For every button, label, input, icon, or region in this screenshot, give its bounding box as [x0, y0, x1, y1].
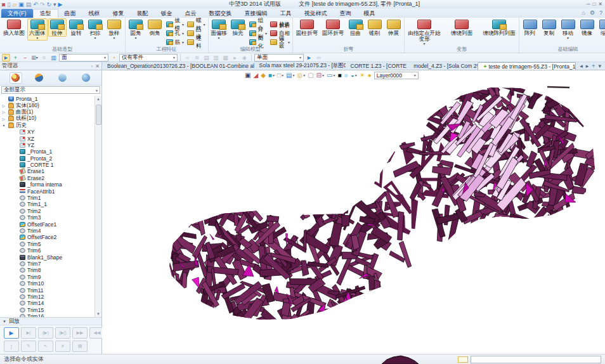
ribbon-button-revolve[interactable]: 旋转: [67, 18, 86, 37]
tree-item[interactable]: Trim2: [1, 208, 101, 214]
fast-forward-button[interactable]: ▶▶: [72, 327, 88, 339]
menu-tab-repair[interactable]: 修复: [107, 9, 131, 18]
manager-tab-history[interactable]: [10, 72, 22, 84]
tree-item[interactable]: Trim14: [1, 300, 101, 306]
tree-item[interactable]: Trim16: [1, 313, 101, 317]
ribbon-button-pattern[interactable]: 阵列: [521, 18, 539, 37]
tree-filter-dropdown[interactable]: 全部显示 ▾: [1, 86, 100, 94]
ribbon-button-cylindrical-bend[interactable]: 圆柱折弯: [294, 18, 320, 37]
material-icon[interactable]: ◆: [261, 72, 266, 79]
ribbon-button-simplify[interactable]: 简化: [248, 38, 269, 46]
tree-item[interactable]: Trim11: [1, 287, 101, 293]
menu-tab-surface[interactable]: 曲面: [58, 9, 82, 18]
section-icon[interactable]: ▤▾: [286, 72, 294, 79]
ribbon-button-stretch[interactable]: 伸展: [384, 18, 403, 37]
face-color-icon[interactable]: ◒▾: [351, 72, 357, 79]
pick-mode-dropdown[interactable]: 单面▾: [254, 54, 304, 62]
menu-tab-data-exchange[interactable]: 数据交换: [203, 9, 238, 18]
layer-dropdown[interactable]: Layer0000▾: [374, 72, 419, 79]
part-scope-icon[interactable]: ◔: [110, 54, 118, 62]
tree-item[interactable]: Trim1_1: [1, 201, 101, 207]
cascade-icon[interactable]: ▭▾: [327, 72, 335, 79]
menu-tab-sheet-metal[interactable]: 钣金: [155, 9, 179, 18]
tree-item[interactable]: Trim7: [1, 261, 101, 267]
tree-item[interactable]: Trim12: [1, 294, 101, 300]
tree-item[interactable]: Blank1_Shape: [1, 254, 101, 260]
tree-item[interactable]: _Pronta_1: [1, 148, 101, 155]
tree-item[interactable]: Trim6: [1, 247, 101, 254]
tree-item[interactable]: Trim9: [1, 274, 101, 280]
scroll-up-icon[interactable]: ▲: [96, 96, 100, 102]
document-tab[interactable]: Boolean_Operation20130726.Z3 - [BOOLEAN …: [102, 62, 254, 70]
menu-tab-assembly[interactable]: 装配: [131, 9, 155, 18]
menu-tab-point-cloud[interactable]: 点云: [179, 9, 203, 18]
minimize-icon[interactable]: ─: [587, 1, 590, 8]
erase-view-icon[interactable]: ◢: [253, 72, 258, 79]
step-forward-button[interactable]: ▶|: [21, 327, 36, 339]
entity-filter-dropdown[interactable]: 面▾: [59, 54, 108, 62]
tab-list-icon[interactable]: ▾: [598, 63, 601, 69]
play-to-button[interactable]: (▶): [38, 327, 53, 339]
menu-tab-direct-edit[interactable]: 直接编辑: [238, 9, 274, 18]
tree-item[interactable]: ▾历史: [1, 122, 101, 129]
regen-icon[interactable]: ↻: [46, 1, 51, 8]
menu-tab-tools[interactable]: 工具: [274, 9, 298, 18]
menu-tab-shape[interactable]: 造型: [33, 9, 58, 18]
ribbon-button-scale[interactable]: 缩放: [597, 18, 605, 37]
ribbon-button-wrap-array-to-face[interactable]: 缠绕阵列到面: [481, 18, 517, 37]
save-icon[interactable]: ▣: [18, 1, 24, 8]
new-file-icon[interactable]: ▯: [7, 1, 10, 8]
ribbon-button-stock[interactable]: 坯料: [186, 38, 207, 46]
menu-tab-visual-style[interactable]: 视觉样式: [298, 9, 334, 18]
ribbon-button-extrude[interactable]: 拉伸: [48, 18, 67, 37]
tree-item[interactable]: Trim3: [1, 214, 101, 221]
tree-item[interactable]: Trim1: [1, 195, 101, 201]
restore-icon[interactable]: □: [592, 1, 595, 8]
document-tab[interactable]: +teste de trimagem-55.Z3 - [Pronta_1]✕: [478, 62, 576, 70]
delete-button[interactable]: ✕: [55, 341, 70, 352]
target-icon[interactable]: ◎▾: [297, 72, 305, 79]
add-icon[interactable]: +: [11, 54, 20, 62]
ribbon-button-loft[interactable]: 放样▾: [105, 18, 124, 41]
playback-header[interactable]: ▼ 回放: [0, 318, 101, 325]
play-button[interactable]: ▶: [4, 327, 19, 339]
ribbon-button-shell[interactable]: 抽壳: [229, 18, 247, 37]
diamond-icon[interactable]: ◈: [240, 54, 249, 62]
document-tab[interactable]: model_4.Z3 - [Sola Com 2%]: [408, 62, 478, 70]
ribbon-button-insert-sketch[interactable]: 插入草图: [1, 18, 27, 37]
shade-mode-icon[interactable]: ■▾: [268, 72, 275, 79]
polygon-icon[interactable]: ○: [40, 54, 48, 62]
wire-mode-icon[interactable]: □▾: [277, 72, 283, 79]
settings-icon[interactable]: ⚙: [590, 10, 595, 16]
prev-tab-icon[interactable]: ◂: [580, 63, 583, 69]
viewport-icon[interactable]: ▢: [308, 72, 313, 79]
tree-item[interactable]: _CORTE 1: [1, 162, 101, 168]
pointer-button[interactable]: ↖: [38, 341, 53, 352]
arrow-right-icon[interactable]: ▸: [231, 54, 239, 62]
twist-icon[interactable]: ▷: [1, 110, 6, 114]
redo-icon[interactable]: ↷: [40, 1, 45, 8]
swatch-black-icon[interactable]: ■: [338, 72, 342, 79]
ribbon-button-move[interactable]: 移动▾: [559, 18, 577, 41]
tree-item[interactable]: Trim5: [1, 241, 101, 247]
scope-filter-dropdown[interactable]: 仅有零件▾: [119, 54, 178, 62]
status-input[interactable]: [471, 356, 601, 363]
ribbon-button-copy[interactable]: 复制: [540, 18, 558, 37]
tree-item[interactable]: Trim4: [1, 228, 101, 234]
close-icon[interactable]: ✕: [95, 63, 100, 69]
ribbon-button-toroidal-bend[interactable]: 圆环折弯: [320, 18, 346, 37]
cursor-icon[interactable]: ►: [305, 54, 313, 62]
close-icon[interactable]: ✕: [598, 1, 602, 8]
tree-item[interactable]: Erase2: [1, 175, 101, 181]
panel-button[interactable]: ▤: [72, 341, 88, 352]
tree-item[interactable]: YZ: [1, 142, 101, 148]
bulb-icon[interactable]: ☀: [360, 72, 365, 79]
new-tab-icon[interactable]: +: [592, 63, 595, 69]
ribbon-button-hole[interactable]: 孔▾: [165, 29, 186, 37]
scroll-down-icon[interactable]: ▼: [96, 311, 100, 317]
dropdown-icon[interactable]: ▾: [53, 1, 56, 8]
tree-item[interactable]: Erase1: [1, 168, 101, 174]
menu-tab-wireframe[interactable]: 线框: [82, 9, 107, 18]
next-tab-icon[interactable]: ▸: [586, 63, 589, 69]
tree-item[interactable]: Trim10: [1, 280, 101, 287]
